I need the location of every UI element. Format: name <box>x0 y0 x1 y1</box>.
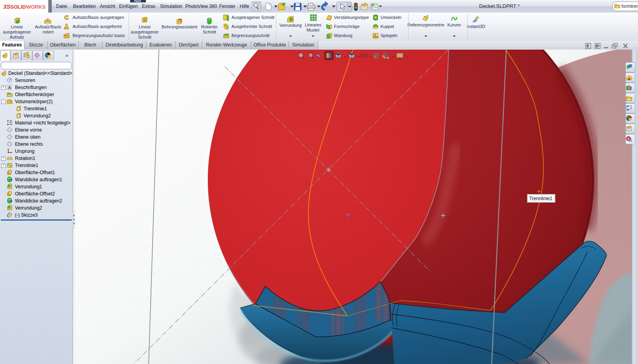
svg-text:3S: 3S <box>3 3 10 10</box>
svg-text:Trennlinie1: Trennlinie1 <box>529 196 552 201</box>
svg-text:SOLIDWORKS: SOLIDWORKS <box>10 4 46 10</box>
svg-text:A: A <box>8 85 11 90</box>
